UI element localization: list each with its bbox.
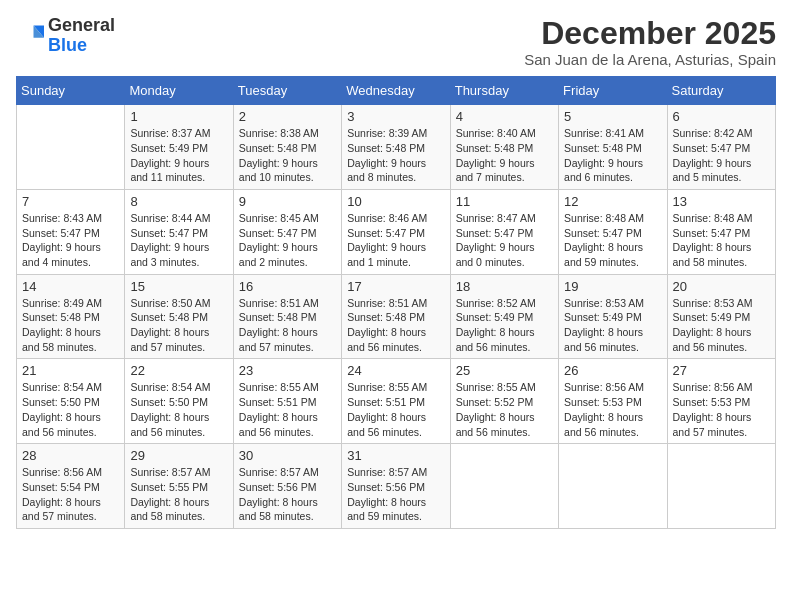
day-info: Sunrise: 8:46 AMSunset: 5:47 PMDaylight:…: [347, 211, 444, 270]
day-info: Sunrise: 8:43 AMSunset: 5:47 PMDaylight:…: [22, 211, 119, 270]
day-number: 18: [456, 279, 553, 294]
calendar-cell: 1Sunrise: 8:37 AMSunset: 5:49 PMDaylight…: [125, 105, 233, 190]
calendar-cell: 17Sunrise: 8:51 AMSunset: 5:48 PMDayligh…: [342, 274, 450, 359]
col-header-wednesday: Wednesday: [342, 77, 450, 105]
logo-blue-text: Blue: [48, 35, 87, 55]
calendar-cell: [559, 444, 667, 529]
calendar-cell: 12Sunrise: 8:48 AMSunset: 5:47 PMDayligh…: [559, 189, 667, 274]
day-number: 31: [347, 448, 444, 463]
calendar-cell: 24Sunrise: 8:55 AMSunset: 5:51 PMDayligh…: [342, 359, 450, 444]
month-title: December 2025: [524, 16, 776, 51]
col-header-thursday: Thursday: [450, 77, 558, 105]
day-info: Sunrise: 8:38 AMSunset: 5:48 PMDaylight:…: [239, 126, 336, 185]
day-number: 25: [456, 363, 553, 378]
day-number: 12: [564, 194, 661, 209]
day-number: 24: [347, 363, 444, 378]
col-header-tuesday: Tuesday: [233, 77, 341, 105]
day-info: Sunrise: 8:56 AMSunset: 5:53 PMDaylight:…: [673, 380, 770, 439]
calendar-cell: 25Sunrise: 8:55 AMSunset: 5:52 PMDayligh…: [450, 359, 558, 444]
calendar-cell: 29Sunrise: 8:57 AMSunset: 5:55 PMDayligh…: [125, 444, 233, 529]
calendar-cell: 4Sunrise: 8:40 AMSunset: 5:48 PMDaylight…: [450, 105, 558, 190]
day-info: Sunrise: 8:39 AMSunset: 5:48 PMDaylight:…: [347, 126, 444, 185]
day-info: Sunrise: 8:40 AMSunset: 5:48 PMDaylight:…: [456, 126, 553, 185]
calendar-cell: 28Sunrise: 8:56 AMSunset: 5:54 PMDayligh…: [17, 444, 125, 529]
day-number: 26: [564, 363, 661, 378]
day-info: Sunrise: 8:45 AMSunset: 5:47 PMDaylight:…: [239, 211, 336, 270]
day-info: Sunrise: 8:57 AMSunset: 5:56 PMDaylight:…: [347, 465, 444, 524]
calendar-cell: 2Sunrise: 8:38 AMSunset: 5:48 PMDaylight…: [233, 105, 341, 190]
day-info: Sunrise: 8:56 AMSunset: 5:53 PMDaylight:…: [564, 380, 661, 439]
day-info: Sunrise: 8:48 AMSunset: 5:47 PMDaylight:…: [564, 211, 661, 270]
day-number: 11: [456, 194, 553, 209]
day-number: 27: [673, 363, 770, 378]
day-info: Sunrise: 8:48 AMSunset: 5:47 PMDaylight:…: [673, 211, 770, 270]
calendar-week-row: 1Sunrise: 8:37 AMSunset: 5:49 PMDaylight…: [17, 105, 776, 190]
calendar-cell: 13Sunrise: 8:48 AMSunset: 5:47 PMDayligh…: [667, 189, 775, 274]
day-number: 28: [22, 448, 119, 463]
calendar-cell: 21Sunrise: 8:54 AMSunset: 5:50 PMDayligh…: [17, 359, 125, 444]
calendar-cell: 15Sunrise: 8:50 AMSunset: 5:48 PMDayligh…: [125, 274, 233, 359]
calendar-cell: 19Sunrise: 8:53 AMSunset: 5:49 PMDayligh…: [559, 274, 667, 359]
day-number: 19: [564, 279, 661, 294]
day-number: 7: [22, 194, 119, 209]
day-number: 15: [130, 279, 227, 294]
day-number: 6: [673, 109, 770, 124]
calendar-cell: [17, 105, 125, 190]
logo: General Blue: [16, 16, 115, 56]
calendar-cell: 11Sunrise: 8:47 AMSunset: 5:47 PMDayligh…: [450, 189, 558, 274]
calendar-cell: 3Sunrise: 8:39 AMSunset: 5:48 PMDaylight…: [342, 105, 450, 190]
day-info: Sunrise: 8:56 AMSunset: 5:54 PMDaylight:…: [22, 465, 119, 524]
calendar-table: SundayMondayTuesdayWednesdayThursdayFrid…: [16, 76, 776, 529]
day-info: Sunrise: 8:50 AMSunset: 5:48 PMDaylight:…: [130, 296, 227, 355]
day-info: Sunrise: 8:51 AMSunset: 5:48 PMDaylight:…: [347, 296, 444, 355]
day-number: 22: [130, 363, 227, 378]
day-number: 5: [564, 109, 661, 124]
calendar-cell: 20Sunrise: 8:53 AMSunset: 5:49 PMDayligh…: [667, 274, 775, 359]
day-info: Sunrise: 8:57 AMSunset: 5:56 PMDaylight:…: [239, 465, 336, 524]
calendar-week-row: 14Sunrise: 8:49 AMSunset: 5:48 PMDayligh…: [17, 274, 776, 359]
calendar-cell: 26Sunrise: 8:56 AMSunset: 5:53 PMDayligh…: [559, 359, 667, 444]
day-number: 17: [347, 279, 444, 294]
day-info: Sunrise: 8:41 AMSunset: 5:48 PMDaylight:…: [564, 126, 661, 185]
day-number: 10: [347, 194, 444, 209]
logo-icon: [16, 22, 44, 50]
calendar-cell: 8Sunrise: 8:44 AMSunset: 5:47 PMDaylight…: [125, 189, 233, 274]
logo-general-text: General: [48, 15, 115, 35]
calendar-cell: 9Sunrise: 8:45 AMSunset: 5:47 PMDaylight…: [233, 189, 341, 274]
day-number: 20: [673, 279, 770, 294]
day-number: 21: [22, 363, 119, 378]
day-number: 13: [673, 194, 770, 209]
day-number: 2: [239, 109, 336, 124]
calendar-cell: 5Sunrise: 8:41 AMSunset: 5:48 PMDaylight…: [559, 105, 667, 190]
day-info: Sunrise: 8:55 AMSunset: 5:51 PMDaylight:…: [347, 380, 444, 439]
day-number: 8: [130, 194, 227, 209]
day-number: 16: [239, 279, 336, 294]
day-info: Sunrise: 8:42 AMSunset: 5:47 PMDaylight:…: [673, 126, 770, 185]
day-number: 1: [130, 109, 227, 124]
calendar-cell: 7Sunrise: 8:43 AMSunset: 5:47 PMDaylight…: [17, 189, 125, 274]
calendar-week-row: 21Sunrise: 8:54 AMSunset: 5:50 PMDayligh…: [17, 359, 776, 444]
day-info: Sunrise: 8:37 AMSunset: 5:49 PMDaylight:…: [130, 126, 227, 185]
col-header-saturday: Saturday: [667, 77, 775, 105]
calendar-cell: 22Sunrise: 8:54 AMSunset: 5:50 PMDayligh…: [125, 359, 233, 444]
calendar-cell: [667, 444, 775, 529]
calendar-cell: 16Sunrise: 8:51 AMSunset: 5:48 PMDayligh…: [233, 274, 341, 359]
calendar-cell: 18Sunrise: 8:52 AMSunset: 5:49 PMDayligh…: [450, 274, 558, 359]
calendar-cell: 31Sunrise: 8:57 AMSunset: 5:56 PMDayligh…: [342, 444, 450, 529]
day-info: Sunrise: 8:52 AMSunset: 5:49 PMDaylight:…: [456, 296, 553, 355]
day-info: Sunrise: 8:51 AMSunset: 5:48 PMDaylight:…: [239, 296, 336, 355]
day-number: 14: [22, 279, 119, 294]
day-number: 9: [239, 194, 336, 209]
title-area: December 2025 San Juan de la Arena, Astu…: [524, 16, 776, 68]
calendar-cell: 27Sunrise: 8:56 AMSunset: 5:53 PMDayligh…: [667, 359, 775, 444]
day-info: Sunrise: 8:54 AMSunset: 5:50 PMDaylight:…: [130, 380, 227, 439]
day-info: Sunrise: 8:44 AMSunset: 5:47 PMDaylight:…: [130, 211, 227, 270]
day-number: 4: [456, 109, 553, 124]
calendar-cell: 6Sunrise: 8:42 AMSunset: 5:47 PMDaylight…: [667, 105, 775, 190]
calendar-header-row: SundayMondayTuesdayWednesdayThursdayFrid…: [17, 77, 776, 105]
calendar-cell: 14Sunrise: 8:49 AMSunset: 5:48 PMDayligh…: [17, 274, 125, 359]
day-info: Sunrise: 8:49 AMSunset: 5:48 PMDaylight:…: [22, 296, 119, 355]
header: General Blue December 2025 San Juan de l…: [16, 16, 776, 68]
calendar-cell: 23Sunrise: 8:55 AMSunset: 5:51 PMDayligh…: [233, 359, 341, 444]
day-number: 23: [239, 363, 336, 378]
